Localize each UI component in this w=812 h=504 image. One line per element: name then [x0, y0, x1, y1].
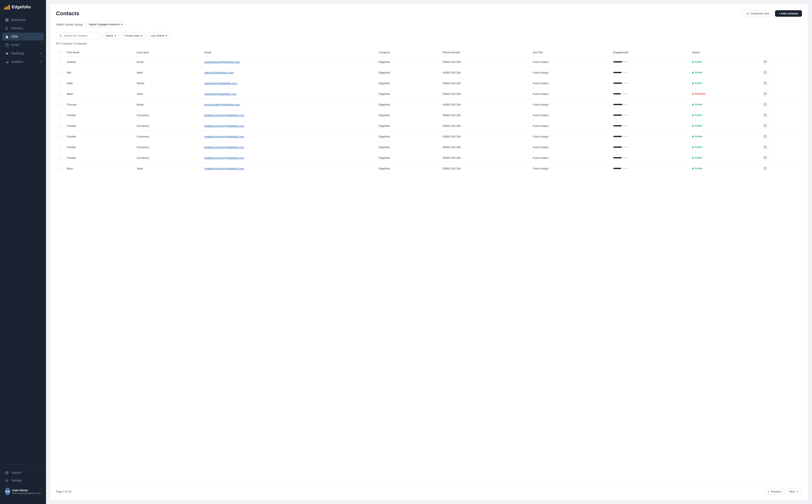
- engagement-bar: [613, 168, 687, 169]
- sidebar-item-settings[interactable]: Settings: [2, 476, 44, 484]
- email-link[interactable]: katiewinter@edgefolio.com: [204, 82, 237, 85]
- row-checkbox[interactable]: [59, 124, 62, 127]
- first-name-cell: Thomas: [64, 99, 134, 110]
- sidebar-item-label: Portal: [11, 43, 19, 47]
- row-checkbox[interactable]: [59, 156, 62, 159]
- filter-row: Status ▾ Contact type ▾ Last Online ▾: [56, 32, 802, 39]
- send-email-button[interactable]: [762, 59, 768, 65]
- send-email-button[interactable]: [762, 102, 768, 107]
- first-name-cell: Katie: [64, 78, 134, 89]
- send-email-button[interactable]: [762, 70, 768, 75]
- status-filter-button[interactable]: Status ▾: [102, 32, 119, 39]
- bar-empty: [622, 115, 629, 116]
- status-badge: Active: [692, 82, 757, 85]
- add-contacts-button[interactable]: + Add contacts: [775, 10, 802, 17]
- last-online-filter-button[interactable]: Last Online ▾: [148, 32, 170, 39]
- action-cell: [760, 89, 802, 99]
- svg-rect-22: [764, 146, 766, 148]
- bar-empty: [623, 83, 629, 84]
- row-checkbox[interactable]: [59, 60, 62, 63]
- row-checkbox[interactable]: [59, 92, 62, 95]
- contact-type-filter-button[interactable]: Contact type ▾: [121, 32, 145, 39]
- row-checkbox-cell: [56, 78, 64, 89]
- row-checkbox[interactable]: [59, 113, 62, 116]
- email-link[interactable]: freddieconventry@edgefolio.com: [204, 146, 244, 149]
- send-email-button[interactable]: [762, 144, 768, 150]
- page-header: Contacts Customise view + Add contacts: [56, 10, 802, 17]
- email-link[interactable]: freddieconventry@edgefolio.com: [204, 167, 244, 170]
- sidebar-item-crm[interactable]: CRM: [2, 33, 44, 41]
- user-profile: KW Katie Winter Katie.winter@edgefolio.c…: [2, 485, 44, 498]
- engagement-cell: [611, 142, 690, 153]
- company-cell: Edgefolio: [376, 78, 440, 89]
- next-button[interactable]: Next: [786, 488, 802, 495]
- svg-rect-15: [764, 71, 766, 74]
- bar-filled: [613, 115, 622, 116]
- email-link[interactable]: thomasbutter@edgefolio.com: [204, 103, 240, 106]
- svg-rect-6: [7, 20, 8, 22]
- row-checkbox[interactable]: [59, 167, 62, 170]
- email-link[interactable]: willnash@edgefolio.com: [204, 71, 234, 74]
- contact-group-value: Highly Engaged Investors: [89, 23, 120, 26]
- sidebar-item-marketing[interactable]: Marketing ▾: [2, 49, 44, 57]
- table-row: Will Nash willnash@edgefolio.com Edgefol…: [56, 67, 802, 78]
- analytics-icon: [5, 60, 9, 64]
- send-email-button[interactable]: [762, 112, 768, 118]
- sidebar-item-analytics[interactable]: Analytics ▾: [2, 58, 44, 66]
- svg-point-10: [6, 472, 8, 473]
- status-dot: [692, 104, 694, 105]
- dashboard-icon: [5, 18, 9, 22]
- user-info: Katie Winter Katie.winter@edgefolio.com: [12, 489, 41, 494]
- row-checkbox[interactable]: [59, 81, 62, 84]
- sidebar-item-label: Activities: [11, 27, 23, 30]
- row-checkbox[interactable]: [59, 103, 62, 106]
- engagement-bar: [613, 157, 687, 158]
- send-email-button[interactable]: [762, 91, 768, 97]
- email-link[interactable]: milanshah@edgefolio.com: [204, 92, 236, 95]
- search-icon: [59, 34, 62, 37]
- email-cell: milanshah@edgefolio.com: [202, 89, 376, 99]
- sidebar-item-support[interactable]: Support: [2, 468, 44, 476]
- last-name-cell: Conventry: [134, 110, 202, 121]
- last-name-cell: Butter: [134, 99, 202, 110]
- svg-rect-20: [764, 125, 766, 127]
- logo: Edgefolio: [0, 4, 46, 16]
- contact-group-select[interactable]: Highly Engaged Investors ▾: [86, 21, 126, 28]
- sidebar-item-activities[interactable]: Activities: [2, 24, 44, 32]
- send-email-button[interactable]: [762, 155, 768, 161]
- action-cell: [760, 131, 802, 142]
- email-link[interactable]: freddieconventry@edgefolio.com: [204, 114, 244, 117]
- sidebar-item-portal[interactable]: Portal: [2, 41, 44, 49]
- chevron-down-icon: ▾: [40, 52, 41, 55]
- svg-rect-24: [764, 167, 766, 169]
- search-input[interactable]: [64, 34, 97, 37]
- phone-cell: 09382 928 283: [440, 121, 530, 131]
- email-link[interactable]: freddieconventry@edgefolio.com: [204, 156, 244, 159]
- send-email-button[interactable]: [762, 80, 768, 86]
- sidebar-item-dashboard[interactable]: Dashboard: [2, 16, 44, 24]
- customise-btn-label: Customise view: [750, 12, 769, 15]
- send-email-button[interactable]: [762, 165, 768, 171]
- engagement-cell: [611, 131, 690, 142]
- row-checkbox[interactable]: [59, 145, 62, 148]
- email-link[interactable]: freddieconventry@edgefolio.com: [204, 135, 244, 138]
- email-icon: [764, 146, 767, 148]
- company-cell: Edgefolio: [376, 110, 440, 121]
- status-cell: Active: [690, 142, 760, 153]
- email-link[interactable]: freddieconventry@edgefolio.com: [204, 124, 244, 127]
- svg-point-12: [747, 13, 748, 14]
- prev-btn-label: Previous: [771, 490, 781, 493]
- row-checkbox[interactable]: [59, 135, 62, 138]
- previous-button[interactable]: Previous: [764, 488, 785, 495]
- select-all-checkbox[interactable]: [59, 51, 62, 54]
- row-checkbox[interactable]: [59, 71, 62, 74]
- email-link[interactable]: andrewdoran@edgefolio.com: [204, 60, 240, 64]
- send-email-button[interactable]: [762, 123, 768, 129]
- send-email-button[interactable]: [762, 134, 768, 139]
- email-icon: [764, 93, 767, 95]
- status-cell: Active: [690, 153, 760, 163]
- first-name-cell: Freddie: [64, 153, 134, 163]
- svg-rect-23: [764, 157, 766, 159]
- row-checkbox-cell: [56, 67, 64, 78]
- customise-view-button[interactable]: Customise view: [743, 10, 773, 17]
